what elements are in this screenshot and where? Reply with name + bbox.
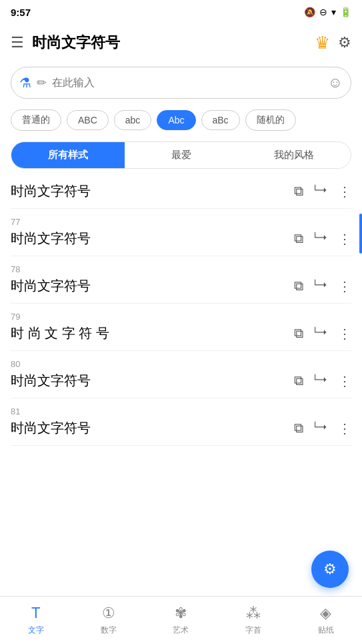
copy-icon[interactable]: ⧉ — [294, 326, 303, 341]
style-tab-0[interactable]: 所有样式 — [11, 142, 125, 168]
copy-icon[interactable]: ⧉ — [294, 420, 303, 436]
filter-chip-5[interactable]: 随机的 — [245, 109, 296, 131]
list-item: 77 时尚文字符号 ⧉ ⮡ ⋮ — [11, 209, 351, 256]
copy-icon[interactable]: ⧉ — [294, 231, 303, 246]
nav-icon-0: Ꭲ — [32, 605, 41, 622]
list-item: 79 时 尚 文 字 符 号 ⧉ ⮡ ⋮ — [11, 304, 351, 351]
list-item-actions: ⧉ ⮡ ⋮ — [294, 326, 351, 342]
filter-chips: 普通的ABCabcAbcaBc随机的 — [0, 104, 362, 136]
list-item-number: 81 — [11, 406, 351, 416]
fab-settings-icon: ⚙ — [323, 561, 337, 578]
more-icon[interactable]: ⋮ — [338, 373, 351, 389]
nav-item-文字[interactable]: Ꭲ 文字 — [0, 597, 73, 644]
status-time: 9:57 — [11, 7, 31, 18]
nav-item-字首[interactable]: ⁂ 字首 — [217, 597, 290, 644]
list-item-text: 时尚文字符号 — [11, 419, 91, 437]
list-item: 80 时尚文字符号 ⧉ ⮡ ⋮ — [11, 351, 351, 398]
list-item-actions: ⧉ ⮡ ⋮ — [294, 420, 351, 436]
nav-icon-3: ⁂ — [246, 605, 261, 622]
share-icon[interactable]: ⮡ — [314, 326, 327, 341]
style-tab-1[interactable]: 最爱 — [125, 142, 238, 168]
nav-item-贴纸[interactable]: ◈ 贴纸 — [289, 597, 362, 644]
list-item-text: 时尚文字符号 — [11, 277, 91, 295]
list-item: 时尚文字符号 ⧉ ⮡ ⋮ — [11, 174, 351, 209]
search-bar: ⚗ ✏ ☺ — [11, 67, 351, 99]
share-icon[interactable]: ⮡ — [314, 278, 327, 294]
filter-icon[interactable]: ⚗ — [19, 75, 31, 91]
header-settings-icon[interactable]: ⚙ — [338, 34, 351, 51]
bottom-nav: Ꭲ 文字① 数字✾ 艺术⁂ 字首◈ 贴纸 — [0, 596, 362, 644]
list-item-text: 时尚文字符号 — [11, 230, 91, 248]
top-bar: ☰ 时尚文字符号 ♛ ⚙ — [0, 24, 362, 61]
wifi-icon: ▾ — [331, 7, 336, 17]
nav-label-0: 文字 — [28, 625, 44, 636]
emoji-icon[interactable]: ☺ — [328, 74, 343, 91]
crown-icon[interactable]: ♛ — [315, 33, 330, 53]
nav-label-4: 贴纸 — [318, 625, 334, 636]
nav-icon-4: ◈ — [320, 605, 331, 622]
more-icon[interactable]: ⋮ — [338, 184, 351, 200]
nav-icon-1: ① — [102, 605, 115, 622]
scroll-indicator — [359, 214, 362, 254]
more-icon[interactable]: ⋮ — [338, 420, 351, 436]
more-icon[interactable]: ⋮ — [338, 326, 351, 342]
nav-item-数字[interactable]: ① 数字 — [73, 597, 145, 644]
more-icon[interactable]: ⋮ — [338, 231, 351, 247]
nav-label-1: 数字 — [101, 625, 117, 636]
battery-icon: 🔋 — [340, 7, 351, 17]
list-item-actions: ⧉ ⮡ ⋮ — [294, 373, 351, 389]
list-container: 时尚文字符号 ⧉ ⮡ ⋮ 77 时尚文字符号 ⧉ ⮡ ⋮ 78 时尚文字符号 ⧉… — [0, 174, 362, 599]
share-icon[interactable]: ⮡ — [314, 420, 327, 436]
nav-label-2: 艺术 — [173, 625, 189, 636]
list-item-number: 80 — [11, 359, 351, 369]
share-icon[interactable]: ⮡ — [314, 231, 327, 246]
filter-chip-4[interactable]: aBc — [201, 110, 240, 130]
notification-icon: 🔕 — [304, 7, 315, 17]
menu-icon[interactable]: ☰ — [11, 34, 24, 51]
edit-icon[interactable]: ✏ — [37, 75, 47, 90]
list-item-text: 时 尚 文 字 符 号 — [11, 324, 109, 342]
filter-chip-2[interactable]: abc — [114, 110, 152, 130]
fab-button[interactable]: ⚙ — [311, 551, 349, 588]
style-tab-2[interactable]: 我的风格 — [237, 142, 351, 168]
nav-label-3: 字首 — [245, 625, 261, 636]
status-bar: 9:57 🔕 ⊖ ▾ 🔋 — [0, 0, 362, 24]
copy-icon[interactable]: ⧉ — [294, 278, 303, 294]
minus-icon: ⊖ — [319, 7, 327, 17]
status-icons: 🔕 ⊖ ▾ 🔋 — [304, 7, 351, 17]
list-item-number: 79 — [11, 312, 351, 322]
list-item: 81 时尚文字符号 ⧉ ⮡ ⋮ — [11, 398, 351, 446]
list-item-number: 77 — [11, 217, 351, 227]
nav-item-艺术[interactable]: ✾ 艺术 — [145, 597, 217, 644]
more-icon[interactable]: ⋮ — [338, 278, 351, 294]
list-item-text: 时尚文字符号 — [11, 182, 91, 200]
nav-icon-2: ✾ — [175, 605, 187, 622]
copy-icon[interactable]: ⧉ — [294, 184, 303, 199]
list-item-text: 时尚文字符号 — [11, 372, 91, 390]
share-icon[interactable]: ⮡ — [314, 373, 327, 388]
filter-chip-0[interactable]: 普通的 — [11, 109, 61, 131]
list-item-actions: ⧉ ⮡ ⋮ — [294, 278, 351, 294]
filter-chip-1[interactable]: ABC — [67, 110, 109, 130]
share-icon[interactable]: ⮡ — [314, 184, 327, 199]
list-item: 78 时尚文字符号 ⧉ ⮡ ⋮ — [11, 256, 351, 304]
style-tabs: 所有样式最爱我的风格 — [11, 141, 351, 169]
list-item-actions: ⧉ ⮡ ⋮ — [294, 184, 351, 200]
filter-chip-3[interactable]: Abc — [157, 110, 195, 130]
search-input[interactable] — [52, 77, 323, 89]
list-item-actions: ⧉ ⮡ ⋮ — [294, 231, 351, 247]
page-title: 时尚文字符号 — [32, 33, 315, 53]
copy-icon[interactable]: ⧉ — [294, 373, 303, 388]
list-item-number: 78 — [11, 264, 351, 274]
